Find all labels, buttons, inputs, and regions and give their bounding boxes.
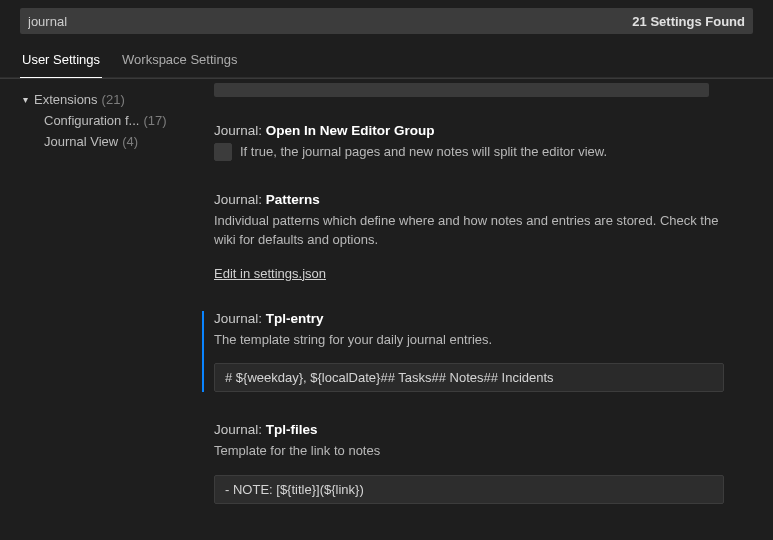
- tree-item-label: Extensions: [34, 92, 98, 107]
- settings-search-bar: 21 Settings Found: [20, 8, 753, 34]
- setting-title: Journal: Tpl-files: [214, 422, 743, 437]
- setting-name: Tpl-entry: [266, 311, 324, 326]
- setting-scope: Journal:: [214, 311, 262, 326]
- search-results-count: 21 Settings Found: [624, 14, 745, 29]
- chevron-down-icon: ▾: [20, 94, 30, 105]
- setting-description: Individual patterns which define where a…: [214, 211, 743, 250]
- tree-item-label: Configuration f...: [44, 113, 139, 128]
- tree-item-count: (21): [102, 92, 125, 107]
- setting-tpl-files: Journal: Tpl-files Template for the link…: [210, 422, 743, 504]
- setting-description: The template string for your daily journ…: [214, 330, 743, 350]
- settings-editor: 21 Settings Found User Settings Workspac…: [0, 8, 773, 529]
- setting-name: Patterns: [266, 192, 320, 207]
- setting-description: If true, the journal pages and new notes…: [240, 142, 607, 162]
- setting-name: Open In New Editor Group: [266, 123, 435, 138]
- tree-item-count: (4): [122, 134, 138, 149]
- tab-workspace-settings[interactable]: Workspace Settings: [120, 44, 239, 77]
- edit-in-settings-json-link[interactable]: Edit in settings.json: [214, 266, 326, 281]
- tab-user-settings[interactable]: User Settings: [20, 44, 102, 77]
- setting-title: Journal: Tpl-entry: [214, 311, 743, 326]
- setting-patterns: Journal: Patterns Individual patterns wh…: [210, 192, 743, 281]
- settings-tree: ▾ Extensions (21) Configuration f... (17…: [0, 79, 200, 529]
- setting-tpl-entry: Journal: Tpl-entry The template string f…: [202, 311, 743, 393]
- setting-scope: Journal:: [214, 192, 262, 207]
- setting-name: Tpl-files: [266, 422, 318, 437]
- setting-checkbox[interactable]: [214, 143, 232, 161]
- tree-item-label: Journal View: [44, 134, 118, 149]
- setting-title: Journal: Open In New Editor Group: [214, 123, 743, 138]
- settings-list: Journal: Open In New Editor Group If tru…: [200, 79, 773, 529]
- settings-tabs: User Settings Workspace Settings: [0, 44, 773, 78]
- setting-description: Template for the link to notes: [214, 441, 743, 461]
- setting-scope: Journal:: [214, 123, 262, 138]
- setting-title: Journal: Patterns: [214, 192, 743, 207]
- tree-item-extensions[interactable]: ▾ Extensions (21): [20, 89, 194, 110]
- tree-item-count: (17): [143, 113, 166, 128]
- partial-setting-stub: [214, 83, 709, 97]
- setting-open-in-new-group: Journal: Open In New Editor Group If tru…: [210, 123, 743, 162]
- settings-body: ▾ Extensions (21) Configuration f... (17…: [0, 79, 773, 529]
- tree-item-journal-view[interactable]: Journal View (4): [20, 131, 194, 152]
- setting-scope: Journal:: [214, 422, 262, 437]
- setting-text-input[interactable]: [214, 363, 724, 392]
- tree-item-configuration[interactable]: Configuration f... (17): [20, 110, 194, 131]
- settings-search-input[interactable]: [28, 14, 624, 29]
- setting-text-input[interactable]: [214, 475, 724, 504]
